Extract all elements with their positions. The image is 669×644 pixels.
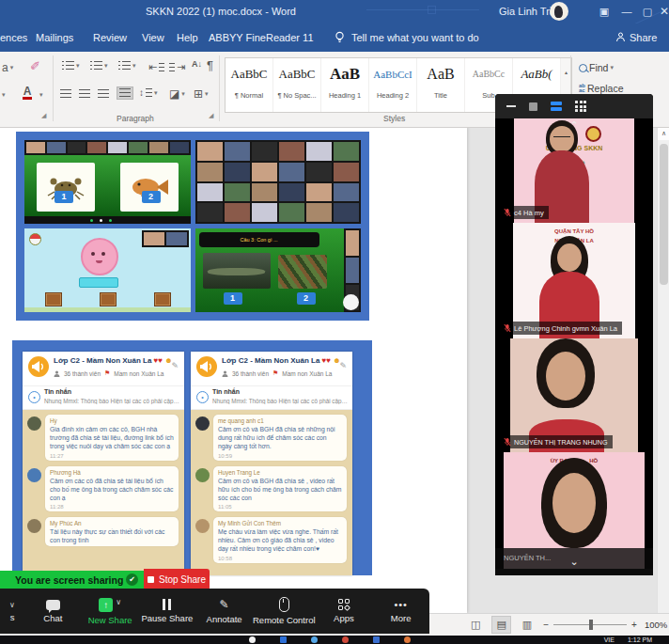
font-dialog-launcher-icon[interactable]: ◢: [41, 112, 46, 119]
line-spacing-icon[interactable]: ↕▾: [139, 87, 158, 98]
tab-view[interactable]: View: [142, 24, 164, 52]
zoom-out-icon[interactable]: −: [543, 620, 549, 630]
justify-icon[interactable]: [117, 86, 133, 100]
chat-window-left: Lớp C2 - Mầm Non Xuân La ♥♥ ☻ 36 thành v…: [23, 352, 184, 575]
paragraph-dialog-launcher-icon[interactable]: ◢: [209, 112, 213, 119]
zoom-in-icon[interactable]: +: [631, 620, 637, 630]
speaker-view-icon[interactable]: [551, 102, 562, 111]
group-separator: [53, 55, 54, 121]
taskbar-app-icon[interactable]: [280, 636, 287, 643]
style-normal[interactable]: AaBbC ¶ Normal: [226, 58, 273, 112]
document-page[interactable]: 1 2: [0, 127, 467, 613]
video-tile-3[interactable]: NGUYỄN THỊ TRANG NHUNG: [495, 338, 653, 452]
chevron-down-icon[interactable]: ∨: [116, 598, 121, 606]
multilevel-list-icon[interactable]: ▾: [118, 61, 136, 71]
font-color-dropdown-icon[interactable]: ▾: [39, 91, 43, 99]
video-tile-2[interactable]: QUẬN TÂY HỒ NON XUÂN LA SKKN Lê Phượng C…: [495, 223, 653, 338]
format-painter-icon[interactable]: ✐: [30, 59, 40, 73]
webcam-thumbnail: [149, 142, 168, 153]
align-center-icon[interactable]: [79, 89, 90, 99]
pilcrow-icon[interactable]: ¶: [207, 58, 213, 72]
bullets-icon[interactable]: ▾: [62, 61, 80, 71]
new-share-button[interactable]: ↑ ∨ New Share: [82, 589, 139, 634]
taskbar-app-icon[interactable]: [404, 636, 411, 643]
scroll-participants-up-icon[interactable]: ⌃: [569, 120, 578, 130]
stop-share-button[interactable]: Stop Share: [144, 569, 210, 590]
taskbar-app-icon[interactable]: [249, 636, 256, 643]
align-right-icon[interactable]: [98, 89, 109, 99]
replace-button[interactable]: abac Replace: [579, 83, 624, 94]
chat-button[interactable]: Chat: [24, 589, 82, 634]
video-tile-4[interactable]: ỦY BAN NH ... HỒ TRƯỜNG PHÓ BI ... SKKN …: [495, 452, 653, 569]
panel-restore-icon[interactable]: [529, 102, 537, 111]
participants-button-partial[interactable]: ∨ s: [0, 589, 24, 634]
annotate-button[interactable]: ✎ Annotate: [195, 589, 253, 634]
style-title[interactable]: AaB Title: [417, 58, 465, 112]
community-flag-icon: ⚑: [272, 369, 278, 377]
webcam-thumbnail: [225, 203, 250, 222]
zoom-slider-thumb[interactable]: [589, 620, 593, 630]
scroll-up-icon[interactable]: ∧: [658, 127, 669, 140]
chevron-down-icon[interactable]: ∨: [9, 601, 15, 609]
style-heading2[interactable]: AaBbCcI Heading 2: [369, 58, 417, 112]
webcam-thumbnail: [252, 163, 277, 181]
share-button[interactable]: Share: [630, 24, 657, 52]
close-button[interactable]: ✕: [652, 0, 669, 24]
decrease-indent-icon[interactable]: ⇤: [148, 61, 164, 73]
embedded-image-parent-chats[interactable]: Lớp C2 - Mầm Non Xuân La ♥♥ ☻ 36 thành v…: [12, 340, 372, 575]
apps-button[interactable]: Apps: [316, 589, 373, 634]
word-vertical-scrollbar[interactable]: ∧: [657, 127, 669, 613]
tab-abbyy-finereader[interactable]: ABBYY FineReader 11: [209, 24, 314, 52]
circuit-decoration: [366, 9, 479, 10]
pinned-preview: Nhung Mmxl: Thông báo Hiện tại các cô ph…: [212, 398, 349, 404]
font-dropdown-icon[interactable]: ▾: [2, 91, 6, 99]
gallery-view-icon[interactable]: [575, 101, 586, 112]
user-avatar[interactable]: [550, 2, 568, 21]
zoom-percentage[interactable]: 100%: [645, 620, 667, 630]
style-no-spacing[interactable]: AaBbC ¶ No Spac...: [273, 58, 321, 112]
embedded-image-zoom-lessons[interactable]: 1 2: [16, 132, 369, 321]
numbering-icon[interactable]: ▾: [90, 61, 108, 71]
tab-mailings[interactable]: Mailings: [36, 24, 73, 52]
quiz2-option-1: 1: [224, 292, 242, 305]
shading-icon[interactable]: ◪▾: [169, 87, 185, 101]
find-button[interactable]: Find▾: [579, 62, 614, 73]
pinned-message[interactable]: • Tin nhắn Nhung Mmxl: Thông báo Hiện tạ…: [191, 385, 352, 410]
print-layout-icon[interactable]: ▤: [491, 616, 510, 634]
web-layout-icon[interactable]: ▥: [519, 617, 536, 633]
edit-icon[interactable]: ✎: [171, 361, 179, 370]
pause-share-button[interactable]: Pause Share: [139, 589, 196, 634]
more-button[interactable]: ••• More: [372, 589, 429, 634]
pinned-message[interactable]: • Tin nhắn Nhung Mmxl: Thông báo Hiện tạ…: [23, 385, 184, 410]
scroll-participants-down-icon[interactable]: ⌄: [569, 557, 578, 566]
tab-review[interactable]: Review: [93, 24, 127, 52]
tell-me-box[interactable]: Tell me what you want to do: [351, 24, 479, 52]
scrollbar-thumb[interactable]: [660, 144, 668, 285]
align-left-icon[interactable]: [60, 89, 71, 99]
borders-icon[interactable]: ⊞▾: [194, 87, 209, 101]
quiz2-option-2: 2: [297, 292, 316, 305]
style-heading1[interactable]: AaB Heading 1: [321, 58, 369, 112]
remote-control-button[interactable]: Remote Control: [253, 589, 316, 634]
search-icon: [579, 64, 587, 72]
clock[interactable]: 1:12 PM: [628, 636, 652, 644]
language-indicator[interactable]: VIE: [604, 636, 615, 644]
tab-help[interactable]: Help: [177, 24, 198, 52]
change-case-icon[interactable]: a▾: [2, 61, 13, 74]
taskbar-app-icon[interactable]: [373, 636, 380, 643]
taskbar-app-icon[interactable]: [342, 636, 349, 643]
tab-references-partial[interactable]: ences: [0, 24, 27, 52]
video-tile-1[interactable]: ỨNG DỤNG SKKN giáo bé năm 2022 c4 Hà my: [495, 118, 653, 223]
font-color-icon[interactable]: A: [23, 86, 32, 100]
zoom-slider[interactable]: − +: [543, 620, 637, 630]
panel-minimize-icon[interactable]: [506, 105, 516, 107]
sort-icon[interactable]: A↓: [192, 59, 202, 69]
increase-indent-icon[interactable]: ⇥: [169, 61, 185, 73]
group-separator: [219, 55, 220, 121]
ribbon-display-options-icon[interactable]: ▣: [592, 0, 616, 24]
edit-icon[interactable]: ✎: [339, 361, 347, 370]
read-mode-icon[interactable]: ◫: [467, 617, 484, 633]
styles-scroll-up-icon[interactable]: ▴: [565, 69, 568, 75]
message-text: Cảm ơn các cô đã chia sẻ tài liệu bổ ích…: [50, 477, 174, 503]
taskbar-app-icon[interactable]: [311, 636, 318, 643]
